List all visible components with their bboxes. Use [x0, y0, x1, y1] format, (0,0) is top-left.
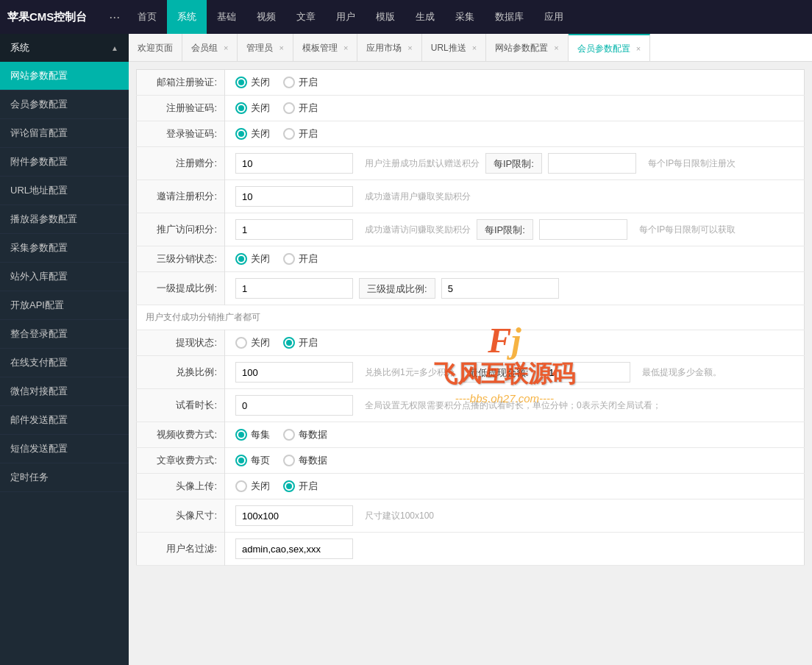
nav-item-采集[interactable]: 采集: [445, 0, 485, 34]
form-input[interactable]: [235, 505, 353, 526]
radio-label: 开启: [299, 336, 318, 349]
radio-circle: [235, 429, 247, 441]
nav-item-文章[interactable]: 文章: [286, 0, 326, 34]
form-input[interactable]: [235, 362, 353, 383]
sidebar-item-评论留言配置[interactable]: 评论留言配置: [0, 119, 129, 148]
content-area: 欢迎页面会员组×管理员×模板管理×应用市场×URL推送×网站参数配置×会员参数配…: [129, 34, 812, 665]
tab-网站参数配置[interactable]: 网站参数配置×: [486, 34, 568, 62]
form-label: 视频收费方式:: [137, 422, 225, 448]
tab-close-应用市场[interactable]: ×: [407, 34, 412, 62]
sidebar-item-短信发送配置[interactable]: 短信发送配置: [0, 435, 129, 463]
nav-item-数据库[interactable]: 数据库: [485, 0, 534, 34]
table-row: 用户名过滤:: [137, 533, 805, 566]
sidebar-item-附件参数配置[interactable]: 附件参数配置: [0, 148, 129, 177]
nav-item-系统[interactable]: 系统: [167, 0, 207, 34]
form-label: 注册验证码:: [137, 96, 225, 121]
sidebar-item-网站参数配置[interactable]: 网站参数配置: [0, 62, 129, 90]
nav-item-应用[interactable]: 应用: [534, 0, 574, 34]
form-value: 关闭开启: [225, 96, 805, 121]
sidebar-item-定时任务[interactable]: 定时任务: [0, 463, 129, 492]
tab-close-会员参数配置[interactable]: ×: [636, 35, 641, 63]
sidebar-item-采集参数配置[interactable]: 采集参数配置: [0, 234, 129, 263]
nav-item-用户[interactable]: 用户: [326, 0, 366, 34]
form-input[interactable]: [539, 219, 627, 240]
form-input[interactable]: [542, 362, 630, 383]
sidebar-item-整合登录配置[interactable]: 整合登录配置: [0, 320, 129, 349]
sidebar-item-微信对接配置[interactable]: 微信对接配置: [0, 377, 129, 406]
radio-item-开启[interactable]: 开启: [283, 102, 318, 115]
tab-close-URL推送[interactable]: ×: [472, 34, 477, 62]
input-row: [235, 538, 795, 559]
radio-item-开启[interactable]: 开启: [283, 252, 318, 266]
radio-item-关闭[interactable]: 关闭: [235, 127, 270, 141]
table-row: 登录验证码:关闭开启: [137, 121, 805, 147]
form-input[interactable]: [235, 153, 353, 174]
tabs-bar: 欢迎页面会员组×管理员×模板管理×应用市场×URL推送×网站参数配置×会员参数配…: [129, 34, 812, 62]
app-logo: 苹果CMS控制台: [7, 10, 102, 24]
form-input[interactable]: [235, 278, 353, 299]
tab-会员参数配置[interactable]: 会员参数配置×: [569, 34, 650, 62]
table-row: 头像上传:关闭开启: [137, 474, 805, 499]
tab-close-管理员[interactable]: ×: [279, 34, 283, 62]
sidebar-item-站外入库配置[interactable]: 站外入库配置: [0, 263, 129, 291]
radio-item-开启[interactable]: 开启: [283, 127, 318, 141]
nav-item-生成[interactable]: 生成: [405, 0, 445, 34]
radio-item-关闭[interactable]: 关闭: [235, 336, 270, 349]
radio-item-开启[interactable]: 开启: [283, 336, 318, 349]
tab-会员组[interactable]: 会员组×: [182, 34, 238, 62]
nav-item-基础[interactable]: 基础: [207, 0, 246, 34]
radio-item-每数据[interactable]: 每数据: [283, 428, 327, 441]
table-row: 文章收费方式:每页每数据: [137, 448, 805, 474]
form-input[interactable]: [441, 278, 559, 299]
radio-label: 关闭: [251, 76, 270, 89]
sidebar-item-邮件发送配置[interactable]: 邮件发送配置: [0, 406, 129, 435]
sidebar-item-在线支付配置[interactable]: 在线支付配置: [0, 349, 129, 377]
radio-item-每页[interactable]: 每页: [235, 454, 270, 467]
nav-item-模版[interactable]: 模版: [366, 0, 405, 34]
sidebar-item-会员参数配置[interactable]: 会员参数配置: [0, 90, 129, 119]
tab-close-模板管理[interactable]: ×: [343, 34, 348, 62]
form-input[interactable]: [548, 153, 636, 174]
form-value: 关闭开启: [225, 70, 805, 96]
tab-欢迎页面[interactable]: 欢迎页面: [129, 34, 182, 62]
radio-item-关闭[interactable]: 关闭: [235, 76, 270, 89]
sidebar-title: 系统: [10, 41, 29, 54]
extra-label: 每IP限制:: [477, 219, 533, 240]
form-input[interactable]: [235, 395, 353, 416]
form-value: 成功邀请用户赚取奖励积分: [225, 180, 805, 213]
sidebar-item-URL地址配置[interactable]: URL地址配置: [0, 177, 129, 205]
note-text: 用户支付成功分销推广者都可: [137, 305, 805, 330]
form-input[interactable]: [235, 186, 353, 207]
tab-管理员[interactable]: 管理员×: [238, 34, 293, 62]
nav-item-首页[interactable]: 首页: [127, 0, 167, 34]
table-row: 一级提成比例:三级提成比例:: [137, 272, 805, 305]
form-input[interactable]: [235, 538, 353, 559]
sidebar-item-播放器参数配置[interactable]: 播放器参数配置: [0, 205, 129, 234]
nav-dots[interactable]: ···: [102, 10, 127, 25]
radio-circle: [283, 253, 295, 265]
tab-close-会员组[interactable]: ×: [224, 34, 228, 62]
table-row: 推广访问积分:成功邀请访问赚取奖励积分每IP限制:每个IP每日限制可以获取: [137, 213, 805, 246]
radio-item-开启[interactable]: 开启: [283, 76, 318, 89]
tab-应用市场[interactable]: 应用市场×: [357, 34, 421, 62]
tab-close-网站参数配置[interactable]: ×: [554, 34, 558, 62]
tab-URL推送[interactable]: URL推送×: [422, 34, 486, 62]
form-value: 关闭开启: [225, 121, 805, 147]
form-input[interactable]: [235, 219, 353, 240]
nav-item-视频[interactable]: 视频: [246, 0, 286, 34]
radio-item-开启[interactable]: 开启: [283, 480, 318, 493]
extra-label: 每IP限制:: [485, 153, 542, 174]
tab-模板管理[interactable]: 模板管理×: [293, 34, 357, 62]
radio-label: 开启: [299, 480, 318, 493]
main-layout: 系统 ▲ 网站参数配置会员参数配置评论留言配置附件参数配置URL地址配置播放器参…: [0, 34, 812, 665]
form-value: 关闭开启: [225, 474, 805, 499]
radio-item-每集[interactable]: 每集: [235, 428, 270, 441]
hint-text: 尺寸建议100x100: [365, 510, 434, 522]
radio-item-关闭[interactable]: 关闭: [235, 102, 270, 115]
radio-item-关闭[interactable]: 关闭: [235, 480, 270, 493]
radio-item-每数据[interactable]: 每数据: [283, 454, 327, 467]
sidebar-item-开放API配置[interactable]: 开放API配置: [0, 291, 129, 320]
table-row: 注册赠分:用户注册成功后默认赠送积分每IP限制:每个IP每日限制注册次: [137, 147, 805, 180]
radio-item-关闭[interactable]: 关闭: [235, 252, 270, 266]
form-label: 头像尺寸:: [137, 499, 225, 533]
